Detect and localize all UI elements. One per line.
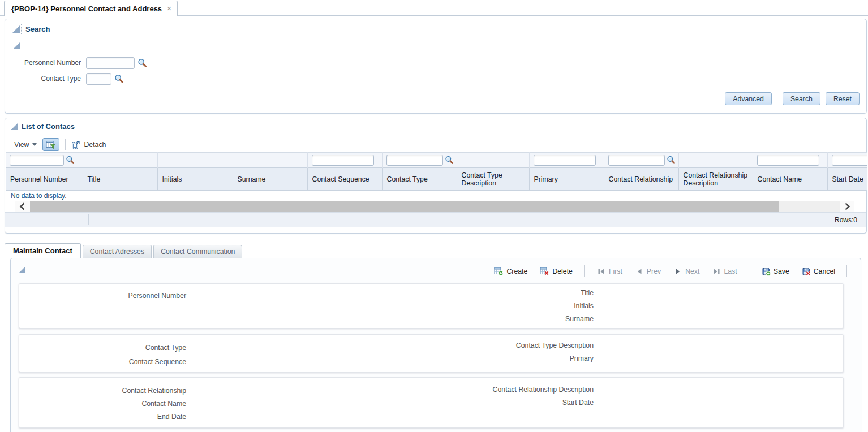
last-button[interactable]: Last bbox=[712, 267, 737, 276]
delete-label: Delete bbox=[552, 267, 573, 275]
toolbar-separator bbox=[584, 265, 585, 277]
personnel-number-input[interactable] bbox=[86, 57, 135, 69]
previous-record-icon bbox=[635, 267, 644, 276]
filter-cell-title bbox=[83, 153, 157, 168]
disclosure-triangle-icon bbox=[14, 42, 20, 49]
advanced-button[interactable]: Advanced bbox=[725, 92, 772, 105]
disclosure-triangle-icon bbox=[19, 266, 25, 273]
scrollbar-thumb[interactable] bbox=[30, 201, 779, 212]
filter-input-contact-relationship[interactable] bbox=[608, 155, 665, 166]
left-label-column: Personnel Number bbox=[19, 290, 186, 303]
view-menu-label: View bbox=[14, 141, 29, 149]
chevron-left-icon bbox=[18, 202, 27, 211]
close-icon[interactable]: × bbox=[167, 5, 171, 12]
column-header-contact-relationship-description[interactable]: Contact Relationship Description bbox=[678, 168, 753, 191]
contact-type-row: Contact Type bbox=[5, 71, 124, 86]
create-button[interactable]: Create bbox=[494, 266, 527, 276]
column-header-contact-name[interactable]: Contact Name bbox=[753, 168, 827, 191]
field-label-personnel-number: Personnel Number bbox=[19, 290, 186, 303]
save-button[interactable]: Save bbox=[762, 267, 789, 276]
filter-lov-magnifier-icon[interactable] bbox=[667, 155, 676, 165]
table-filter-row bbox=[6, 153, 867, 168]
footer-pane-divider[interactable] bbox=[88, 214, 89, 225]
personnel-number-lov-magnifier-icon[interactable] bbox=[137, 58, 147, 68]
filter-input-contact-name[interactable] bbox=[757, 155, 819, 166]
next-button[interactable]: Next bbox=[673, 267, 699, 276]
column-header-contact-type-description[interactable]: Contact Type Description bbox=[457, 168, 529, 191]
filter-cell-contact-name bbox=[753, 153, 827, 168]
window-tab[interactable]: {PBOP-14} Personnel Contact and Address … bbox=[4, 1, 178, 16]
column-header-title[interactable]: Title bbox=[83, 168, 157, 191]
view-menu-button[interactable]: View bbox=[14, 141, 37, 149]
filter-lov-magnifier-icon[interactable] bbox=[445, 155, 454, 165]
filter-input-contact-sequence[interactable] bbox=[312, 155, 374, 166]
save-label: Save bbox=[774, 267, 789, 275]
tab-contact-communication[interactable]: Contact Communication bbox=[153, 245, 242, 258]
column-header-surname[interactable]: Surname bbox=[233, 168, 307, 191]
field-label-contact-relationship: Contact Relationship bbox=[19, 385, 186, 398]
filter-cell-start-date bbox=[827, 153, 867, 168]
filter-cell-contact-sequence bbox=[307, 153, 382, 168]
column-header-primary[interactable]: Primary bbox=[529, 168, 604, 191]
last-record-icon bbox=[712, 267, 721, 276]
detach-label: Detach bbox=[84, 141, 106, 149]
column-header-contact-sequence[interactable]: Contact Sequence bbox=[307, 168, 382, 191]
filter-cell-contact-relationship bbox=[604, 153, 678, 168]
contact-type-input[interactable] bbox=[86, 73, 111, 85]
cancel-button[interactable]: Cancel bbox=[802, 267, 835, 276]
rows-count: Rows:0 bbox=[835, 213, 857, 227]
field-label-end-date: End Date bbox=[19, 411, 186, 424]
button-separator bbox=[777, 93, 777, 105]
personnel-number-row: Personnel Number bbox=[5, 55, 147, 70]
search-panel-header: Search bbox=[11, 24, 50, 34]
filter-cell-primary bbox=[529, 153, 604, 168]
delete-record-icon bbox=[540, 266, 549, 276]
collapse-search-form-control[interactable] bbox=[14, 42, 20, 50]
column-header-personnel-number[interactable]: Personnel Number bbox=[6, 168, 83, 191]
reset-button[interactable]: Reset bbox=[826, 92, 860, 105]
right-label-column: Title Initials Surname bbox=[431, 287, 594, 326]
filter-cell-surname bbox=[233, 153, 307, 168]
maintain-contact-panel: Create Delete First Prev Next bbox=[10, 258, 861, 432]
first-button[interactable]: First bbox=[597, 267, 622, 276]
collapse-search-panel-control[interactable] bbox=[11, 24, 22, 34]
scrollbar-track[interactable] bbox=[30, 201, 840, 212]
filter-cell-contact-type-description bbox=[457, 153, 529, 168]
form-section-contact-type: Contact Type Contact Sequence Contact Ty… bbox=[19, 334, 844, 373]
save-icon bbox=[762, 267, 771, 276]
field-label-primary: Primary bbox=[431, 352, 594, 365]
field-label-start-date: Start Date bbox=[431, 396, 594, 409]
horizontal-scrollbar[interactable] bbox=[15, 201, 854, 212]
advanced-label-post: vanced bbox=[741, 95, 764, 103]
filter-input-contact-type[interactable] bbox=[386, 155, 443, 166]
list-panel-title: List of Contacs bbox=[22, 122, 75, 131]
column-header-contact-type[interactable]: Contact Type bbox=[382, 168, 457, 191]
filter-lov-magnifier-icon[interactable] bbox=[66, 155, 75, 165]
search-button[interactable]: Search bbox=[783, 92, 820, 105]
column-header-start-date[interactable]: Start Date bbox=[827, 168, 867, 191]
filter-input-personnel-number[interactable] bbox=[10, 155, 64, 166]
collapse-form-control[interactable] bbox=[19, 266, 25, 275]
tab-maintain-contact[interactable]: Maintain Contact bbox=[5, 243, 81, 258]
prev-label: Prev bbox=[647, 267, 661, 275]
filter-table-icon bbox=[46, 140, 56, 149]
table-header-row: Personnel Number Title Initials Surname … bbox=[6, 168, 867, 191]
scroll-left-button[interactable] bbox=[15, 201, 30, 212]
window-tab-bar: {PBOP-14} Personnel Contact and Address … bbox=[0, 0, 868, 16]
disclosure-triangle-icon[interactable] bbox=[11, 123, 18, 130]
delete-button[interactable]: Delete bbox=[540, 266, 573, 276]
chevron-right-icon bbox=[843, 202, 852, 211]
scroll-right-button[interactable] bbox=[840, 201, 854, 212]
field-label-title: Title bbox=[431, 287, 594, 300]
filter-input-primary[interactable] bbox=[534, 155, 596, 166]
tab-contact-adresses[interactable]: Contact Adresses bbox=[83, 245, 152, 258]
filter-cell-contact-type bbox=[382, 153, 457, 168]
column-header-contact-relationship[interactable]: Contact Relationship bbox=[604, 168, 678, 191]
detach-button[interactable]: Detach bbox=[71, 140, 106, 149]
prev-button[interactable]: Prev bbox=[635, 267, 661, 276]
field-label-initials: Initials bbox=[431, 300, 594, 313]
filter-input-start-date[interactable] bbox=[832, 155, 867, 166]
column-header-initials[interactable]: Initials bbox=[157, 168, 233, 191]
query-by-example-toggle-button[interactable] bbox=[42, 138, 59, 151]
contact-type-lov-magnifier-icon[interactable] bbox=[114, 74, 124, 84]
